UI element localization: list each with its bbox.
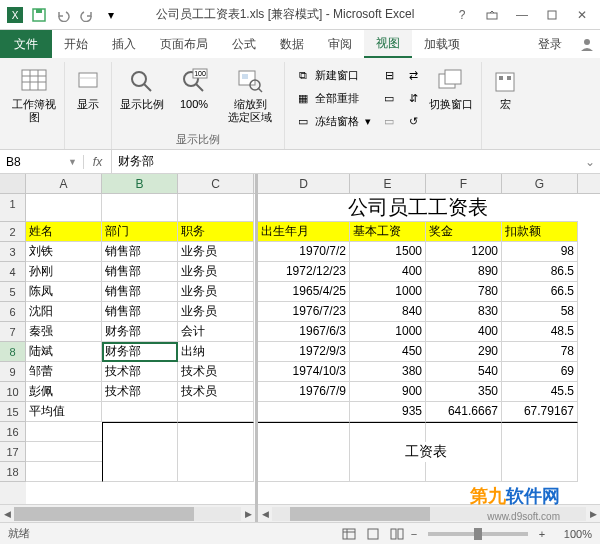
cell[interactable]	[502, 442, 578, 462]
switch-windows-button[interactable]: 切换窗口	[427, 64, 475, 113]
cell[interactable]: 1500	[350, 242, 426, 262]
user-avatar-icon[interactable]	[574, 30, 600, 58]
cell[interactable]: 450	[350, 342, 426, 362]
row-header[interactable]: 9	[0, 362, 26, 382]
split-button[interactable]: ⊟	[379, 64, 399, 86]
cell[interactable]: 1972/12/23	[258, 262, 350, 282]
reset-pos-button[interactable]: ↺	[403, 110, 423, 132]
zoom-100-button[interactable]: 100 100%	[170, 64, 218, 113]
cell[interactable]: 1967/6/3	[258, 322, 350, 342]
col-header-F[interactable]: F	[426, 174, 502, 193]
tab-layout[interactable]: 页面布局	[148, 30, 220, 58]
cell[interactable]: 销售部	[102, 242, 178, 262]
cell[interactable]: 900	[350, 382, 426, 402]
row-header[interactable]: 1	[0, 194, 26, 222]
cell[interactable]: 邹蕾	[26, 362, 102, 382]
cell[interactable]: 扣款额	[502, 222, 578, 242]
cell[interactable]: 350	[426, 382, 502, 402]
macros-button[interactable]: 宏	[488, 64, 522, 113]
freeze-panes-button[interactable]: ▭冻结窗格▾	[291, 110, 375, 132]
tab-addins[interactable]: 加载项	[412, 30, 472, 58]
cell[interactable]: 陈凤	[26, 282, 102, 302]
close-icon[interactable]: ✕	[568, 4, 596, 26]
row-header[interactable]: 2	[0, 222, 26, 242]
cell[interactable]: 400	[426, 322, 502, 342]
cell[interactable]: 职务	[178, 222, 254, 242]
excel-icon[interactable]: X	[4, 4, 26, 26]
cell[interactable]: 1000	[350, 282, 426, 302]
row-header[interactable]: 17	[0, 442, 26, 462]
tab-data[interactable]: 数据	[268, 30, 316, 58]
cell[interactable]: 财务部	[102, 322, 178, 342]
cell[interactable]	[102, 402, 178, 422]
tab-formulas[interactable]: 公式	[220, 30, 268, 58]
row-header[interactable]: 7	[0, 322, 26, 342]
cell[interactable]: 平均值	[26, 402, 102, 422]
page-layout-view-icon[interactable]	[362, 525, 384, 543]
row-header[interactable]: 6	[0, 302, 26, 322]
cell[interactable]: 840	[350, 302, 426, 322]
cell[interactable]: 技术部	[102, 382, 178, 402]
cell[interactable]	[426, 422, 502, 442]
ribbon-options-icon[interactable]	[478, 4, 506, 26]
scroll-left-icon[interactable]: ◀	[258, 507, 272, 521]
cell[interactable]: 秦强	[26, 322, 102, 342]
cell[interactable]: 销售部	[102, 262, 178, 282]
cell[interactable]: 78	[502, 342, 578, 362]
cell[interactable]: 290	[426, 342, 502, 362]
row-header[interactable]: 18	[0, 462, 26, 482]
cell[interactable]: 69	[502, 362, 578, 382]
cell[interactable]: 86.5	[502, 262, 578, 282]
row-header[interactable]: 10	[0, 382, 26, 402]
cell[interactable]: 380	[350, 362, 426, 382]
cells-left[interactable]: 姓名部门职务 刘铁销售部业务员 孙刚销售部业务员 陈凤销售部业务员 沈阳销售部业…	[26, 194, 255, 504]
cell[interactable]	[350, 422, 426, 442]
cell[interactable]: 1976/7/23	[258, 302, 350, 322]
cell[interactable]: 540	[426, 362, 502, 382]
cell[interactable]: 出纳	[178, 342, 254, 362]
zoom-selection-button[interactable]: 缩放到 选定区域	[222, 64, 278, 126]
cell[interactable]: 1965/4/25	[258, 282, 350, 302]
cell[interactable]	[258, 462, 350, 482]
cell[interactable]	[258, 402, 350, 422]
cell[interactable]: 出生年月	[258, 222, 350, 242]
qat-dropdown-icon[interactable]: ▾	[100, 4, 122, 26]
cell[interactable]: 技术员	[178, 362, 254, 382]
zoom-button[interactable]: 显示比例	[118, 64, 166, 113]
cell[interactable]: 业务员	[178, 302, 254, 322]
row-header[interactable]: 4	[0, 262, 26, 282]
cell[interactable]	[178, 442, 254, 462]
cell[interactable]: 830	[426, 302, 502, 322]
cell[interactable]: 基本工资	[350, 222, 426, 242]
name-box[interactable]: B8▼	[0, 155, 84, 169]
cell[interactable]	[502, 462, 578, 482]
fx-button[interactable]: fx	[84, 150, 112, 173]
scroll-right-icon[interactable]: ▶	[586, 507, 600, 521]
tab-view[interactable]: 视图	[364, 30, 412, 58]
tab-signin[interactable]: 登录	[526, 30, 574, 58]
col-header-D[interactable]: D	[258, 174, 350, 193]
hscroll-right[interactable]: ◀ ▶	[258, 504, 600, 522]
undo-icon[interactable]	[52, 4, 74, 26]
cell[interactable]	[102, 422, 178, 442]
cell[interactable]	[178, 402, 254, 422]
cell[interactable]: 彭佩	[26, 382, 102, 402]
cell[interactable]	[258, 442, 350, 462]
cell[interactable]	[178, 462, 254, 482]
cell[interactable]: 1970/7/2	[258, 242, 350, 262]
select-all-button[interactable]	[0, 174, 26, 193]
normal-view-icon[interactable]	[338, 525, 360, 543]
cell[interactable]: 66.5	[502, 282, 578, 302]
help-icon[interactable]: ?	[448, 4, 476, 26]
cells-right[interactable]: 公司员工工资表 出生年月基本工资奖金扣款额 1970/7/21500120098…	[258, 194, 600, 504]
tab-review[interactable]: 审阅	[316, 30, 364, 58]
unhide-button[interactable]: ▭	[379, 110, 399, 132]
col-header-E[interactable]: E	[350, 174, 426, 193]
cell[interactable]: 890	[426, 262, 502, 282]
zoom-slider[interactable]	[428, 532, 528, 536]
cell[interactable]	[26, 462, 102, 482]
cell[interactable]: 98	[502, 242, 578, 262]
cell[interactable]: 销售部	[102, 302, 178, 322]
col-header-A[interactable]: A	[26, 174, 102, 193]
cell[interactable]: 1974/10/3	[258, 362, 350, 382]
